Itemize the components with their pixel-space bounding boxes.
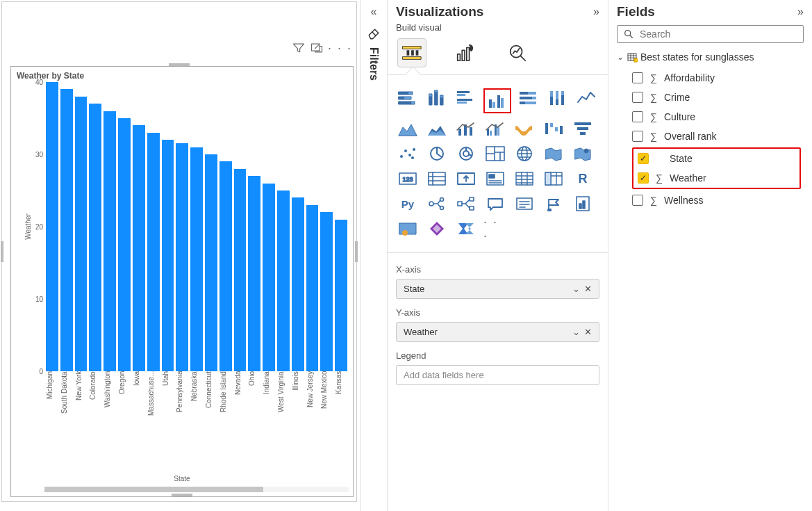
analytics-tab[interactable]	[503, 38, 532, 67]
bar[interactable]	[118, 118, 131, 371]
kpi-icon[interactable]	[454, 169, 478, 188]
bar[interactable]	[335, 220, 347, 371]
field-checkbox[interactable]	[632, 111, 643, 122]
python-visual-icon[interactable]: Py	[396, 194, 420, 213]
field-weather[interactable]: ✓∑Weather	[633, 168, 799, 188]
legend-well[interactable]: Add data fields here	[396, 365, 599, 385]
matrix-icon[interactable]	[542, 169, 565, 188]
bar[interactable]	[292, 197, 304, 371]
bar[interactable]	[234, 169, 247, 371]
table-header[interactable]: ⌄ Best states for sunglasses	[608, 49, 812, 65]
key-influencers-icon[interactable]	[425, 194, 449, 213]
bar[interactable]	[205, 154, 217, 371]
field-checkbox[interactable]: ✓	[638, 172, 649, 184]
field-state[interactable]: ✓∑State	[633, 149, 799, 168]
bar[interactable]	[277, 190, 290, 371]
build-visual-tab[interactable]	[397, 38, 426, 67]
card-icon[interactable]: 123	[396, 169, 420, 188]
field-overall-rank[interactable]: ∑Overall rank	[628, 127, 805, 146]
pie-icon[interactable]	[425, 144, 449, 163]
filters-label[interactable]: Filters	[367, 47, 380, 81]
arcgis-icon[interactable]	[396, 219, 420, 238]
funnel-icon[interactable]	[571, 119, 595, 138]
bar[interactable]	[248, 176, 260, 371]
r-visual-icon[interactable]: R	[571, 169, 595, 188]
bar[interactable]	[60, 89, 73, 371]
line-chart-icon[interactable]	[575, 88, 599, 108]
bar[interactable]	[176, 143, 188, 371]
remove-x-icon[interactable]: ✕	[584, 327, 592, 337]
field-checkbox[interactable]	[632, 195, 643, 206]
collapse-visualizations-chevron-icon[interactable]: »	[593, 6, 599, 18]
bar[interactable]	[147, 133, 160, 371]
field-crime[interactable]: ∑Crime	[628, 88, 805, 107]
bar[interactable]	[89, 104, 101, 371]
field-culture[interactable]: ∑Culture	[628, 107, 805, 127]
map-icon[interactable]	[513, 144, 536, 163]
field-wellness[interactable]: ∑Wellness	[628, 190, 805, 210]
scatter-icon[interactable]	[396, 144, 420, 163]
bar[interactable]	[75, 97, 88, 371]
field-checkbox[interactable]	[632, 72, 643, 83]
hundred-stacked-bar-icon[interactable]	[517, 88, 540, 108]
fields-search[interactable]	[617, 25, 804, 43]
resize-handle-right[interactable]	[355, 241, 358, 262]
fields-search-input[interactable]	[640, 29, 797, 40]
waterfall-icon[interactable]	[542, 119, 565, 138]
stacked-bar-icon[interactable]	[396, 88, 420, 108]
clustered-column-icon[interactable]	[483, 88, 511, 113]
bar[interactable]	[190, 147, 203, 371]
clustered-bar-icon[interactable]	[454, 88, 478, 108]
bar[interactable]	[103, 111, 116, 371]
stacked-column-icon[interactable]	[425, 88, 449, 108]
report-canvas[interactable]: · · · Weather by State Weather 010203040…	[0, 0, 360, 511]
smart-narrative-icon[interactable]	[513, 194, 536, 213]
field-checkbox[interactable]	[632, 131, 643, 142]
eraser-icon[interactable]	[367, 28, 380, 40]
multirow-card-icon[interactable]	[425, 169, 449, 188]
line-stacked-column-icon[interactable]	[454, 119, 478, 138]
paginated-report-icon[interactable]	[571, 194, 595, 213]
field-affordability[interactable]: ∑Affordability	[628, 68, 805, 88]
remove-x-icon[interactable]: ✕	[584, 284, 592, 294]
bar[interactable]	[46, 82, 58, 371]
get-more-visuals-icon[interactable]: · · ·	[483, 219, 507, 238]
field-checkbox[interactable]	[632, 92, 643, 103]
resize-handle-left[interactable]	[1, 241, 3, 262]
treemap-icon[interactable]	[483, 144, 507, 163]
chevron-down-icon[interactable]: ⌄	[572, 284, 580, 294]
hundred-stacked-column-icon[interactable]	[546, 88, 570, 108]
azure-map-icon[interactable]	[571, 144, 595, 163]
column-chart-visual[interactable]: Weather by State Weather 010203040 Michi…	[10, 66, 354, 497]
powerautomate-icon[interactable]	[454, 219, 478, 238]
bar[interactable]	[133, 125, 145, 371]
bar[interactable]	[263, 184, 275, 371]
donut-icon[interactable]	[454, 144, 478, 163]
filled-map-icon[interactable]	[542, 144, 565, 163]
stacked-area-icon[interactable]	[425, 119, 449, 138]
yaxis-well[interactable]: Weather ⌄✕	[396, 322, 599, 342]
field-checkbox[interactable]: ✓	[638, 153, 649, 164]
goals-icon[interactable]	[542, 194, 565, 213]
line-clustered-column-icon[interactable]	[483, 119, 507, 138]
collapse-fields-chevron-icon[interactable]: »	[797, 6, 804, 18]
bar[interactable]	[306, 205, 319, 371]
xaxis-well[interactable]: State ⌄✕	[396, 279, 599, 299]
chart-horizontal-scrollbar[interactable]	[44, 487, 349, 492]
filter-icon[interactable]	[292, 41, 306, 57]
decomposition-tree-icon[interactable]	[454, 194, 478, 213]
chevron-down-icon[interactable]: ⌄	[572, 327, 580, 337]
expand-filters-chevron-icon[interactable]: «	[371, 6, 377, 18]
focus-mode-icon[interactable]	[310, 41, 324, 57]
bar[interactable]	[320, 212, 333, 371]
table-icon[interactable]	[513, 169, 536, 188]
visual-more-icon[interactable]: · · ·	[328, 41, 352, 57]
area-chart-icon[interactable]	[396, 119, 420, 138]
powerapps-icon[interactable]	[425, 219, 449, 238]
bar[interactable]	[162, 140, 174, 371]
format-visual-tab[interactable]	[450, 38, 479, 67]
resize-handle-bottom[interactable]	[172, 494, 192, 496]
ribbon-chart-icon[interactable]	[513, 119, 536, 138]
qa-visual-icon[interactable]	[483, 194, 507, 213]
slicer-icon[interactable]	[483, 169, 507, 188]
